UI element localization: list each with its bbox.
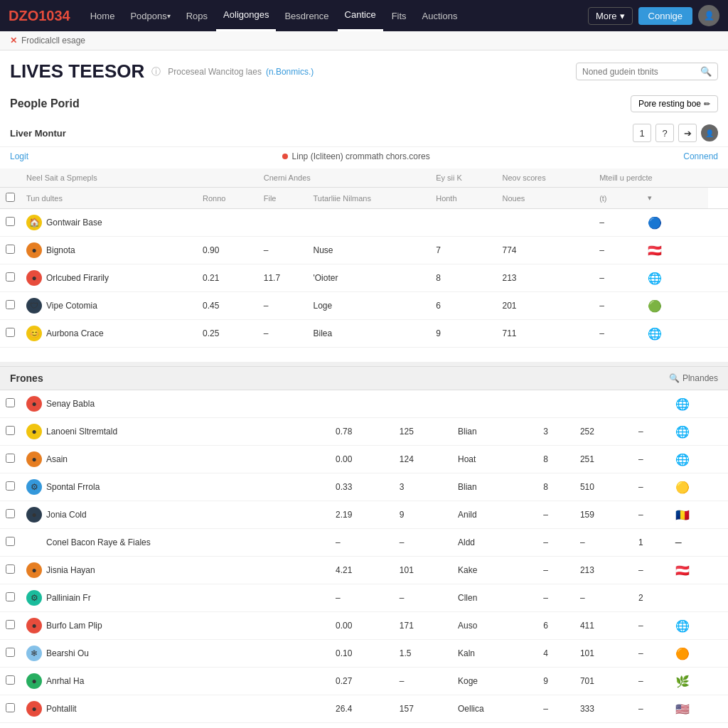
row-ronno: 0.45 (197, 292, 258, 320)
th-tutarliie: Tutarliie Nilmans (307, 188, 430, 209)
row-name: ● Bignota (21, 237, 197, 264)
row-checkbox[interactable] (0, 390, 21, 418)
user-avatar[interactable]: 👤 (698, 5, 719, 26)
breadcrumb-text: Frodicalcll esage (21, 36, 85, 46)
row-t: – (594, 292, 642, 320)
row-checkbox[interactable] (0, 695, 21, 723)
player-name: Orlcubed Firarily (46, 273, 109, 283)
monitor-num[interactable]: 1 (633, 124, 651, 142)
row-checkbox[interactable] (0, 237, 21, 264)
row-checkbox[interactable] (0, 501, 21, 529)
row-ronno: 0.21 (197, 264, 258, 292)
player-name: Conel Bacon Raye & Fiales (46, 537, 151, 547)
page-content: LIVES TEESOR ⓘ Proceseal Wancitog laes (… (0, 50, 728, 728)
th-tundultes: Tun dultes (21, 188, 197, 209)
monitor-arrow[interactable]: ➔ (678, 124, 697, 142)
row-checkbox[interactable] (0, 557, 21, 584)
row-checkbox[interactable] (0, 723, 21, 729)
row-tutarliie: Auso (452, 612, 537, 640)
row-flag: 🔵 (642, 209, 708, 237)
row-file: – (394, 529, 452, 557)
people-action-button[interactable]: Pore resting boe ✏ (631, 95, 718, 112)
row-checkbox[interactable] (0, 264, 21, 292)
row-checkbox[interactable] (0, 292, 21, 320)
nav-besdrence[interactable]: Besdrence (277, 0, 336, 31)
row-tutarliie: Loge (307, 292, 430, 320)
nav-rops[interactable]: Rops (179, 0, 215, 31)
row-name: ● Lanoeni Sltremtald (21, 418, 330, 446)
frones-table-section: ● Senay Babla 🌐 ● Lanoeni Sltremtald 0.7… (0, 390, 728, 728)
page-meta: Proceseal Wancitog laes (n.Bonmics.) (168, 67, 314, 77)
row-checkbox[interactable] (0, 209, 21, 237)
row-file: 1.9 (394, 723, 452, 729)
monitor-avatar[interactable]: 👤 (701, 124, 718, 141)
brand-logo[interactable]: DZO1034 (9, 8, 70, 24)
row-flag: 🌿 (670, 668, 728, 695)
row-checkbox[interactable] (0, 418, 21, 446)
nav-aoligonges[interactable]: Aoligonges (216, 0, 276, 31)
nav-right: More ▾ Connige 👤 (588, 5, 719, 26)
configure-button[interactable]: Connige (638, 7, 692, 25)
frones-action[interactable]: 🔍 Plnandes (669, 373, 718, 383)
row-checkbox[interactable] (0, 640, 21, 668)
row-file: – (258, 237, 308, 264)
player-icon: 🏠 (26, 215, 42, 230)
frones-table-row: ❄ Bearshi Ou 0.10 1.5 Kaln 4 101 – 🟠 (0, 640, 728, 668)
row-flag: 🌐 (642, 320, 708, 348)
row-file: – (258, 320, 308, 348)
row-tutarliie: 'Oioter (307, 264, 430, 292)
row-checkbox[interactable] (0, 612, 21, 640)
row-honth (430, 209, 496, 237)
row-honth: – (537, 695, 574, 723)
row-name: ● Burfo Lam Plip (21, 612, 330, 640)
row-noues: 213 (574, 557, 633, 584)
th-check-space (0, 168, 21, 188)
player-icon: ● (26, 618, 42, 633)
people-table-row: ● Orlcubed Firarily 0.21 11.7 'Oioter 8 … (0, 264, 728, 292)
player-icon: ⚙ (26, 590, 42, 606)
row-flag: 🇦🇹 (642, 237, 708, 264)
th-honth: Honth (430, 188, 496, 209)
row-name: ● Jonia Cold (21, 501, 330, 529)
search-input[interactable] (582, 67, 696, 77)
row-t: – (633, 557, 670, 584)
live-monitor-left: Liver Montur (10, 128, 66, 139)
row-checkbox[interactable] (0, 529, 21, 557)
player-icon: ● (26, 673, 42, 689)
frones-table-row: ● Jonia Cold 2.19 9 Anild – 159 – 🇷🇴 (0, 501, 728, 529)
row-name: ● Jisnia Hayan (21, 557, 330, 584)
nav-podpons[interactable]: Podpons (123, 0, 177, 31)
live-monitor-bottom: Logit Linp (Icliteen) crommath chors.cor… (0, 147, 728, 168)
connect-link[interactable]: Connend (683, 151, 718, 161)
brand-prefix: DZO (9, 8, 38, 23)
more-button[interactable]: More ▾ (588, 7, 633, 25)
player-icon: ● (26, 270, 42, 286)
row-checkbox[interactable] (0, 473, 21, 501)
row-ronno: 26.4 (330, 695, 394, 723)
row-checkbox[interactable] (0, 668, 21, 695)
login-link[interactable]: Logit (10, 151, 28, 161)
live-monitor-bar: Liver Montur 1 ? ➔ 👤 (0, 119, 728, 147)
row-name: ● Asain (21, 446, 330, 473)
nav-cantice[interactable]: Cantice (338, 0, 383, 31)
nav-home[interactable]: Home (83, 0, 122, 31)
more-label: More (596, 11, 617, 21)
row-file: 125 (394, 418, 452, 446)
monitor-q[interactable]: ? (655, 124, 674, 142)
breadcrumb: ✕ Frodicalcll esage (0, 31, 728, 50)
row-checkbox[interactable] (0, 320, 21, 348)
row-name: ● Orlcubed Firarily (21, 264, 197, 292)
select-all-people[interactable] (6, 193, 15, 202)
row-checkbox[interactable] (0, 584, 21, 612)
row-noues: 101 (574, 640, 633, 668)
breadcrumb-close[interactable]: ✕ (10, 36, 17, 46)
nav-fits[interactable]: Fits (385, 0, 414, 31)
page-meta-link[interactable]: (n.Bonmics.) (266, 67, 314, 77)
row-checkbox[interactable] (0, 446, 21, 473)
nav-auctions[interactable]: Auctions (415, 0, 465, 31)
row-tutarliie: Cllen (452, 584, 537, 612)
row-noues: 510 (574, 473, 633, 501)
row-ronno: – (330, 529, 394, 557)
page-meta-icon: ⓘ (151, 65, 161, 78)
people-table-row: 🛡 Vipe Cotomia 0.45 – Loge 6 201 – 🟢 (0, 292, 728, 320)
